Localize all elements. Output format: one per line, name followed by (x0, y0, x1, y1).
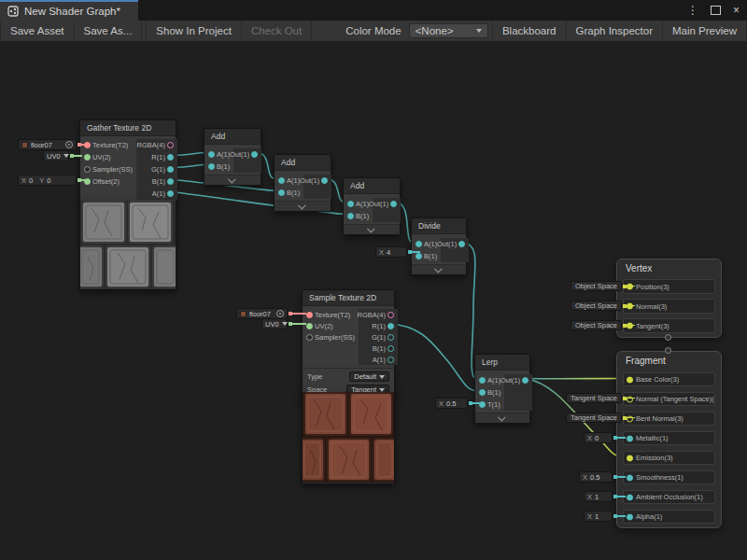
port-out[interactable] (251, 151, 258, 158)
node-add-2[interactable]: Add A(1) B(1) Out(1) (274, 154, 331, 212)
port-a[interactable] (167, 190, 174, 197)
port-label: R(1) (151, 153, 165, 161)
port-sampler[interactable] (84, 166, 91, 173)
node-sample-texture-2d[interactable]: Sample Texture 2D Texture(T2) UV(2) Samp… (302, 289, 395, 399)
port-smoothness[interactable] (627, 474, 633, 481)
port-metallic[interactable] (627, 435, 633, 441)
port-uv[interactable] (306, 323, 313, 329)
port-texture[interactable] (306, 312, 313, 318)
sample-texture-preview (302, 392, 395, 484)
port-g[interactable] (167, 166, 174, 173)
chevron-down-icon (367, 225, 374, 232)
port-a[interactable] (479, 377, 486, 384)
smoothness-float-field[interactable]: X 0.5 (579, 471, 613, 483)
texture-object-field[interactable]: floor07 (18, 139, 77, 150)
port-rgba[interactable] (388, 312, 394, 318)
alpha-float-field[interactable]: X 1 (584, 511, 613, 522)
node-title: Sample Texture 2D (303, 290, 394, 306)
target-picker-icon[interactable] (65, 141, 73, 148)
port-b[interactable] (416, 253, 422, 259)
save-asset-button[interactable]: Save Asset (0, 21, 75, 41)
collapse-chevron[interactable] (275, 201, 331, 211)
port-base-color[interactable] (627, 376, 633, 383)
port-b[interactable] (388, 345, 394, 352)
chevron-down-icon (63, 154, 69, 158)
port-out[interactable] (458, 241, 465, 247)
node-title: Gather Texture 2D (80, 120, 176, 136)
main-preview-toggle[interactable]: Main Preview (663, 21, 747, 41)
gather-texture-preview (79, 201, 176, 290)
chevron-down-icon (379, 375, 385, 379)
port-out[interactable] (321, 177, 328, 184)
port-b[interactable] (479, 389, 486, 396)
port-out[interactable] (522, 377, 529, 384)
port-alpha[interactable] (627, 513, 633, 520)
collapse-chevron[interactable] (412, 264, 466, 274)
node-title: Divide (412, 218, 466, 234)
node-add-3[interactable]: Add A(1) B(1) Out(1) (343, 177, 401, 235)
save-as-button[interactable]: Save As... (75, 21, 143, 41)
port-r[interactable] (167, 154, 174, 161)
port-sampler[interactable] (306, 334, 313, 341)
uv-channel-dropdown[interactable]: UV0 (43, 150, 69, 161)
block-link-dot (665, 334, 671, 341)
port-a[interactable] (416, 241, 422, 247)
collapse-chevron[interactable] (204, 175, 261, 185)
block-title: Fragment (617, 352, 721, 367)
port-ambient-occlusion[interactable] (627, 494, 633, 500)
blackboard-toggle[interactable]: Blackboard (492, 21, 567, 41)
type-dropdown[interactable]: Default (349, 371, 389, 382)
close-icon[interactable]: × (733, 0, 740, 21)
port-b[interactable] (167, 178, 174, 185)
target-picker-icon[interactable] (276, 310, 284, 317)
port-a[interactable] (347, 201, 354, 207)
port-emission[interactable] (627, 455, 633, 461)
collapse-chevron[interactable] (344, 224, 400, 234)
port-a[interactable] (388, 357, 394, 363)
collapse-chevron[interactable] (475, 413, 529, 423)
port-a[interactable] (208, 151, 215, 158)
vertex-block[interactable]: Vertex Position(3) Normal(3) Tangent(3) (616, 259, 722, 338)
port-a[interactable] (278, 177, 285, 184)
port-rgba[interactable] (167, 142, 174, 148)
titlebar: New Shader Graph* ⋮ × (0, 0, 747, 21)
uv-channel-dropdown[interactable]: UV0 (261, 318, 288, 329)
wire-gather-g-to-add1-b[interactable] (173, 165, 205, 168)
node-lerp[interactable]: Lerp A(1) B(1) T(1) Out(1) (474, 354, 530, 424)
show-in-project-button[interactable]: Show In Project (146, 21, 242, 41)
wire-sample-r-to-lerp-b[interactable] (390, 324, 476, 391)
space-tag: Tangent Space (566, 393, 622, 403)
type-label: Type (307, 372, 322, 381)
port-b[interactable] (347, 213, 354, 219)
port-label: Texture(T2) (92, 141, 128, 149)
divide-b-float-field[interactable]: X 4 (375, 246, 407, 258)
port-uv[interactable] (84, 154, 91, 161)
port-label: UV(2) (92, 153, 111, 161)
tab-title: New Shader Graph* (24, 6, 120, 17)
node-add-1[interactable]: Add A(1) B(1) Out(1) (204, 128, 261, 186)
offset-vector2-field[interactable]: X 0 Y 0 (18, 175, 77, 186)
port-r[interactable] (388, 323, 394, 329)
port-out[interactable] (390, 201, 397, 207)
texture-name: floor07 (31, 141, 52, 149)
wire-gather-r-to-add1-a[interactable] (173, 153, 205, 156)
color-mode-value: <None> (416, 25, 454, 36)
metallic-float-field[interactable]: X 0 (584, 432, 613, 443)
chevron-down-icon (228, 175, 235, 183)
tab-new-shader-graph[interactable]: New Shader Graph* (0, 0, 138, 21)
kebab-menu-icon[interactable]: ⋮ (687, 0, 698, 21)
lerp-t-float-field[interactable]: X 0.5 (435, 398, 468, 409)
graph-canvas[interactable]: Gather Texture 2D Texture(T2) UV(2) Samp… (0, 41, 747, 560)
maximize-icon[interactable] (711, 6, 721, 15)
fragment-block[interactable]: Fragment Base Color(3) Normal (Tangent S… (616, 351, 722, 528)
port-b[interactable] (208, 163, 215, 170)
ambient-occlusion-float-field[interactable]: X 1 (584, 491, 613, 502)
graph-inspector-toggle[interactable]: Graph Inspector (567, 21, 663, 41)
node-divide[interactable]: Divide A(1) B(1) Out(1) (411, 217, 467, 275)
port-g[interactable] (388, 334, 394, 341)
offset-x-value[interactable]: 0 (29, 176, 33, 185)
port-b[interactable] (278, 189, 285, 196)
node-gather-texture-2d[interactable]: Gather Texture 2D Texture(T2) UV(2) Samp… (79, 119, 176, 203)
offset-y-value[interactable]: 0 (47, 176, 50, 185)
color-mode-dropdown[interactable]: <None> (409, 23, 488, 38)
